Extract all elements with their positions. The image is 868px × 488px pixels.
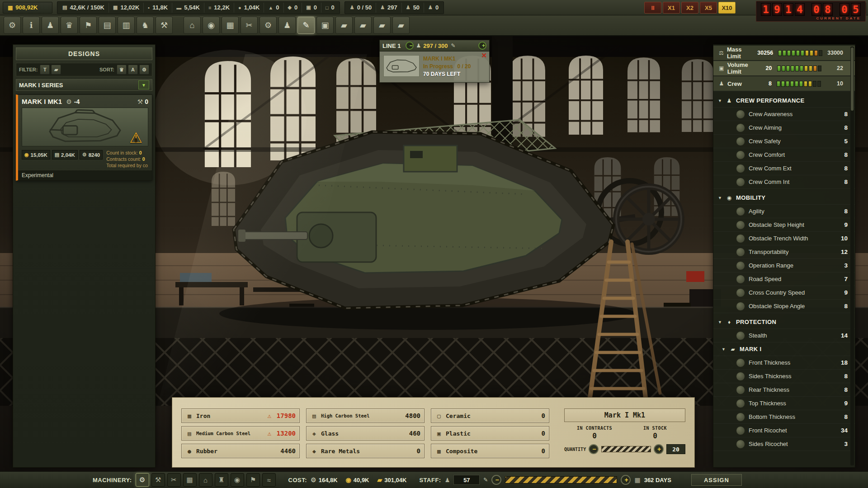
achievements-icon[interactable]: ♛ [61,17,78,34]
stat-sides-ricochet: ▼ Sides Ricochet 3 [713,437,855,451]
close-icon[interactable]: ✕ [481,52,487,59]
stat-crew-safety: ▼ Crew Safety 5 [713,135,855,148]
section-crew-performance[interactable]: ▼ ♟ CREW PERFORMANCE [713,94,855,108]
machine-slot-5[interactable]: ⌂ [199,473,212,487]
stat-crew-aiming: ▼ Crew Aiming 8 [713,121,855,135]
speed-x2-button[interactable]: X2 [681,2,698,14]
stat-rear-thickness: ▼ Rear Thickness 8 [713,383,855,397]
staff-count-input[interactable]: 57 [453,475,480,485]
tab-tank-line-1[interactable]: ▰ [335,17,353,34]
stock-label: Count in stock: [106,150,137,155]
statistics-icon[interactable]: ▥ [118,17,135,34]
section-protection[interactable]: ▼ ♦ PROTECTION [713,315,855,329]
staff-value: 297 [387,4,397,11]
quantity-slider[interactable] [601,446,651,452]
tab-tank-line-4[interactable]: ▰ [392,17,410,34]
series-header[interactable]: MARK I SERIES ▼ [16,79,152,91]
material-name: Medium Carbon Steel [196,431,250,436]
chevron-down-icon[interactable]: ▼ [138,80,149,89]
objectives-icon[interactable]: ⚑ [80,17,97,34]
scrollbar[interactable] [850,47,854,465]
tank-cab [404,145,457,172]
tab-tank-line-2[interactable]: ▰ [354,17,372,34]
engineering-icon[interactable]: ⚒ [156,17,173,34]
assign-button[interactable]: ASSIGN [691,474,742,486]
section-mobility[interactable]: ▼ ◉ MOBILITY [713,191,855,205]
filter-type-button[interactable]: ▰ [51,65,61,75]
machine-slot-4[interactable]: ▦ [183,473,197,487]
material-amount: 0 [542,447,545,455]
increase-staff-button[interactable]: + [621,475,631,485]
stat-icon [736,385,745,394]
decrease-quantity-button[interactable]: − [589,444,599,454]
stat-icon [736,221,745,230]
stat-value: 8 [844,303,848,310]
machine-slot-7[interactable]: ◉ [231,473,244,487]
design-thumbnail: ⚠9 [22,108,148,146]
speed-x5-button[interactable]: X5 [700,2,717,14]
machine-slot-3[interactable]: ✂ [167,473,181,487]
resource-value: 0 [276,4,279,11]
edit-crew-icon[interactable]: ✎ [451,42,455,49]
cost-item-value: 164,8K [319,477,338,483]
stat-label: Bottom Thickness [749,413,795,420]
stat-label: Rear Thickness [749,386,789,393]
tab-design-office[interactable]: ▦ [222,17,239,34]
tab-world-map[interactable]: ◉ [203,17,220,34]
settings-icon[interactable]: ⚙ [4,17,21,34]
design-card-mark-i-mk1[interactable]: MARK I MK1 ⚙ -4 ⚒ 0 [16,94,152,181]
machine-slot-9[interactable]: ≈ [262,473,276,487]
management-icon[interactable]: ♟ [42,17,59,34]
personnel-icon[interactable]: ♞ [137,17,154,34]
machine-slot-1[interactable]: ⚙ [136,473,149,487]
resource-icon: ● [238,5,241,10]
increase-quantity-button[interactable]: + [654,444,664,454]
tab-paint-shop[interactable]: ✎ [297,17,315,34]
resource-copper: ▬ 5,54K [172,3,204,13]
in-stock-value: 0 [625,432,685,440]
limits-block: ⚖ Mass Limit 30256 33000 ▣ Volume Limit … [713,46,855,92]
subsection-mark-i[interactable]: ▼ ▰ MARK I [713,343,855,356]
stat-agility: ▼ Agility 8 [713,205,855,218]
toolbar-glyph: ▤ [103,20,111,30]
tab-machinery[interactable]: ⚙ [259,17,277,34]
tab-tools[interactable]: ✂ [241,17,258,34]
decrease-staff-button[interactable]: − [491,475,501,485]
tab-tank-line-3[interactable]: ▰ [373,17,391,34]
scrollbar-thumb[interactable] [851,47,854,111]
stat-value: 8 [844,208,848,215]
stat-icon [736,207,745,216]
speed-x10-button[interactable]: X10 [718,2,736,14]
machine-slot-8[interactable]: ⚑ [246,473,260,487]
machine-slot-6[interactable]: ♜ [215,473,228,487]
filter-name-button[interactable]: T [40,65,50,75]
money-value: 908,92K [15,4,38,11]
edit-staff-icon[interactable]: ✎ [483,477,488,483]
material-name: High Carbon Steel [321,413,369,418]
reports-icon[interactable]: ▤ [99,17,116,34]
staff-value: 50 [413,4,420,11]
material-amount: 0 [417,447,420,455]
tab-assembly[interactable]: ▣ [316,17,334,34]
line-header: LINE 1 − ♟ 297 / 300 ✎ + [379,40,490,52]
cost-item-value: 301,04K [384,477,406,483]
speed-x1-button[interactable]: X1 [663,2,680,14]
production-line-panel: LINE 1 − ♟ 297 / 300 ✎ + ✕ MARK I MK1 In… [379,40,490,83]
increase-crew-button[interactable]: + [478,42,486,50]
sort-rating-button[interactable]: ♛ [117,65,127,75]
sort-cost-button[interactable]: ⚙ [139,65,149,75]
tab-crew[interactable]: ♟ [278,17,296,34]
resources-group: ▤ 42,6K / 150K ▦ 12,02K ▪ 11,8K ▬ 5,54K [57,1,340,14]
sort-alpha-button[interactable]: A [128,65,138,75]
staff-progress-bar[interactable] [505,476,617,483]
pause-button[interactable]: II [644,2,661,14]
machine-slot-2[interactable]: ⚒ [151,473,165,487]
material-name: Rubber [196,448,217,455]
staff-icon: ♟ [350,5,354,10]
info-icon[interactable]: ℹ [23,17,40,34]
tab-factory[interactable]: ⌂ [184,17,201,34]
collapse-caret-icon: ▼ [722,347,729,352]
decrease-crew-button[interactable]: − [406,42,414,50]
current-date-label: CURRENT DATE [816,16,861,20]
material-amount: 17980 [277,412,296,419]
